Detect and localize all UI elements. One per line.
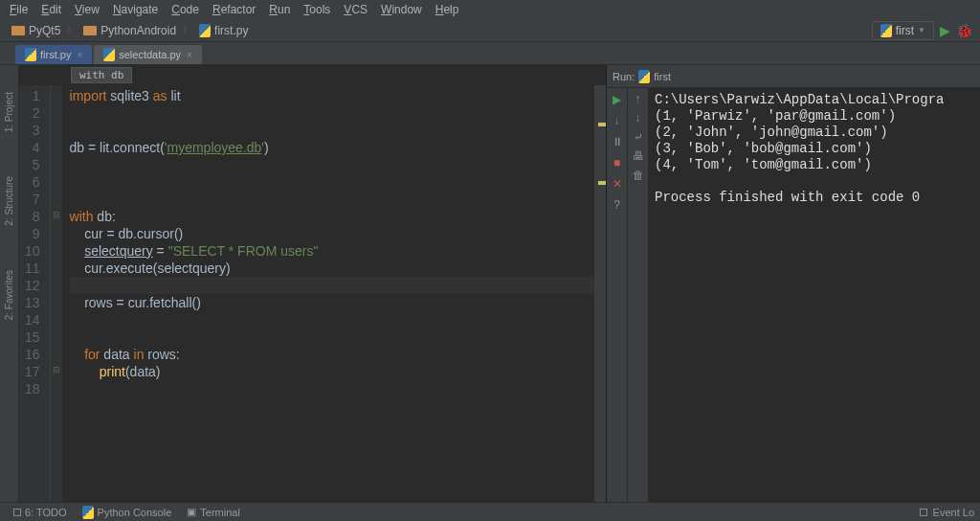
run-output[interactable]: C:\Users\Parwiz\AppData\Local\Progra (1,… bbox=[649, 88, 980, 502]
breadcrumb[interactable]: PyQt5 〉 PythonAndroid 〉 first.py bbox=[8, 22, 252, 38]
python-icon bbox=[82, 506, 94, 519]
run-help-button[interactable]: ? bbox=[610, 197, 625, 213]
tab-first-py[interactable]: first.py× bbox=[15, 45, 92, 64]
run-tool-window: Run: first ▶↓⏸■✕? ↑↓⤶🖶🗑 C:\Users\Parwiz\… bbox=[607, 65, 980, 502]
close-icon[interactable]: × bbox=[77, 50, 82, 60]
python-file-icon bbox=[25, 48, 36, 61]
nav-bar: PyQt5 〉 PythonAndroid 〉 first.py first ▼… bbox=[0, 19, 980, 42]
menu-code[interactable]: Code bbox=[166, 1, 205, 18]
run-wrap-button[interactable]: ⤶ bbox=[634, 130, 643, 144]
debug-button[interactable]: 🐞 bbox=[956, 23, 972, 38]
menu-vcs[interactable]: VCS bbox=[338, 1, 373, 18]
context-hint: with db bbox=[71, 67, 132, 83]
editor-tabs: first.py×selectdata.py× bbox=[0, 42, 980, 65]
run-play-button[interactable]: ▶ bbox=[610, 92, 625, 107]
menu-navigate[interactable]: Navigate bbox=[107, 1, 164, 18]
run-button[interactable]: ▶ bbox=[940, 23, 950, 38]
todo-icon bbox=[13, 509, 21, 516]
folder-icon bbox=[83, 26, 97, 35]
breadcrumb-file: first.py bbox=[214, 24, 248, 37]
event-log-icon bbox=[920, 509, 927, 516]
line-gutter[interactable]: 123456789101112131415161718 bbox=[19, 85, 51, 502]
side-tool----structure[interactable]: 2: Structure bbox=[2, 169, 16, 234]
menu-refactor[interactable]: Refactor bbox=[207, 1, 261, 18]
python-file-icon bbox=[199, 24, 211, 37]
menu-view[interactable]: View bbox=[69, 1, 105, 18]
python-file-icon bbox=[880, 24, 892, 37]
side-tool----favorites[interactable]: 2: Favorites bbox=[2, 262, 16, 328]
menu-file[interactable]: File bbox=[4, 1, 33, 18]
run-toolbar-secondary: ↑↓⤶🖶🗑 bbox=[628, 88, 649, 502]
bottom-tab-python-console[interactable]: Python Console bbox=[75, 506, 180, 519]
python-file-icon bbox=[638, 70, 650, 83]
marker-strip[interactable] bbox=[594, 85, 606, 502]
close-icon[interactable]: × bbox=[187, 50, 192, 60]
menu-run[interactable]: Run bbox=[263, 1, 296, 18]
breadcrumb-sub: PythonAndroid bbox=[100, 24, 176, 37]
run-rerun-button[interactable]: ↓ bbox=[610, 113, 625, 128]
folder-icon bbox=[11, 26, 25, 35]
run-label: Run: bbox=[612, 71, 635, 82]
chevron-right-icon: 〉 bbox=[182, 22, 193, 38]
run-config-label: first bbox=[654, 71, 671, 82]
run-config-name: first bbox=[896, 24, 914, 37]
run-print-button[interactable]: 🖶 bbox=[633, 149, 644, 163]
bottom-tab-terminal[interactable]: ▣Terminal bbox=[179, 506, 248, 518]
terminal-icon: ▣ bbox=[187, 506, 196, 518]
fold-column[interactable]: ⊟⊟ bbox=[51, 85, 62, 502]
left-tool-strip: 1: Project2: Structure2: Favorites bbox=[0, 65, 19, 502]
python-file-icon bbox=[103, 48, 115, 61]
breadcrumb-folder: PyQt5 bbox=[29, 24, 60, 37]
run-header: Run: first bbox=[607, 65, 980, 88]
bottom-tab----todo[interactable]: 6: TODO bbox=[6, 507, 75, 518]
run-stop-button[interactable]: ■ bbox=[610, 155, 625, 170]
event-log-label[interactable]: Event Lo bbox=[933, 507, 974, 518]
menu-bar: FileEditViewNavigateCodeRefactorRunTools… bbox=[0, 0, 980, 19]
menu-help[interactable]: Help bbox=[430, 1, 465, 18]
run-up-button[interactable]: ↑ bbox=[635, 92, 641, 105]
code-area[interactable]: import sqlite3 as lit db = lit.connect('… bbox=[62, 85, 594, 502]
bottom-tool-bar: 6: TODOPython Console▣Terminal Event Lo bbox=[0, 502, 980, 521]
menu-window[interactable]: Window bbox=[375, 1, 428, 18]
menu-edit[interactable]: Edit bbox=[35, 1, 67, 18]
run-config-selector[interactable]: first ▼ bbox=[872, 21, 934, 40]
menu-tools[interactable]: Tools bbox=[298, 1, 336, 18]
side-tool----project[interactable]: 1: Project bbox=[2, 84, 16, 140]
run-close-button[interactable]: ✕ bbox=[610, 176, 625, 192]
chevron-down-icon: ▼ bbox=[918, 26, 925, 34]
run-down-button[interactable]: ↓ bbox=[635, 111, 641, 125]
run-toolbar-primary: ▶↓⏸■✕? bbox=[607, 88, 628, 502]
run-pause-button[interactable]: ⏸ bbox=[610, 134, 625, 149]
editor-panel: with db 123456789101112131415161718 ⊟⊟ i… bbox=[19, 65, 607, 502]
run-trash-button[interactable]: 🗑 bbox=[633, 169, 644, 182]
tab-selectdata-py[interactable]: selectdata.py× bbox=[94, 45, 202, 64]
chevron-right-icon: 〉 bbox=[66, 22, 78, 38]
